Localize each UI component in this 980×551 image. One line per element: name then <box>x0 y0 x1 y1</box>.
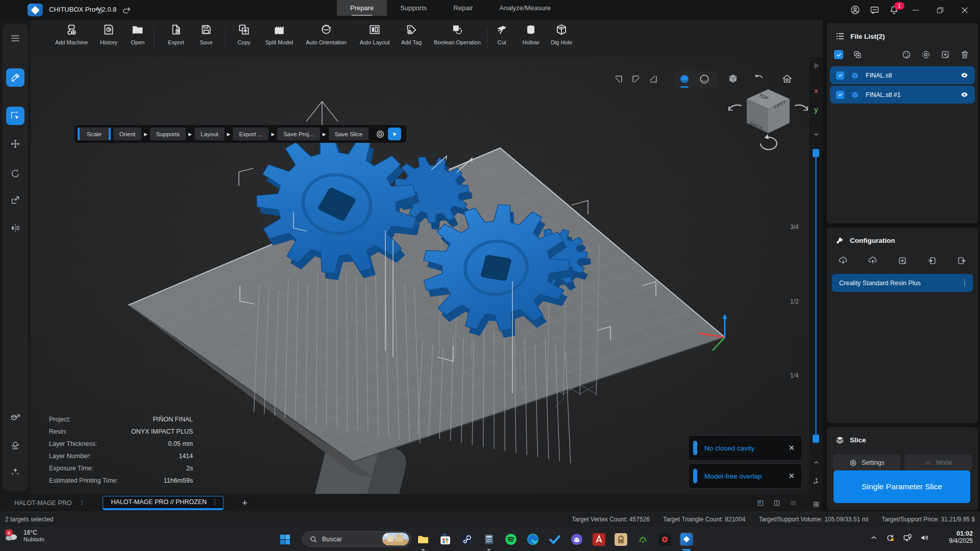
workflow-step-supports[interactable]: Supports <box>150 128 186 140</box>
section-view-2-icon[interactable] <box>631 74 641 84</box>
tray-volume-icon[interactable] <box>920 533 930 543</box>
sidebar-tool-planet-rma[interactable]: RMA <box>6 436 24 454</box>
file-checkbox[interactable] <box>836 91 844 99</box>
hamburger-menu-icon[interactable] <box>6 29 24 47</box>
section-view-3-icon[interactable] <box>648 74 658 84</box>
strip-transform-icon[interactable] <box>811 474 822 486</box>
start-button[interactable] <box>278 532 292 546</box>
layout-list-icon[interactable] <box>789 499 797 507</box>
single-parameter-slice-button[interactable]: Single Parameter Slice <box>834 470 970 503</box>
render-transparent-icon[interactable] <box>699 73 710 85</box>
layout-split-icon[interactable] <box>773 499 781 507</box>
tray-chevron-icon[interactable] <box>870 534 878 542</box>
tab-prepare[interactable]: Prepare <box>337 0 387 16</box>
strip-chevron-down-icon[interactable] <box>811 129 822 140</box>
workflow-step-save-slice[interactable]: Save Slice <box>329 128 369 140</box>
layout-single-icon[interactable] <box>756 499 765 507</box>
slice-mode-button[interactable]: Mode <box>904 454 972 471</box>
profile-kebab-icon[interactable]: ⋮⋮ <box>962 281 968 286</box>
notification-close-icon[interactable]: ✕ <box>788 443 795 453</box>
sidebar-tool-move[interactable] <box>6 135 24 153</box>
workflow-step-export-[interactable]: Export ... <box>233 128 268 140</box>
resin-profile-row[interactable]: Creality Standard Resin Plus ⋮⋮ <box>832 274 973 292</box>
visibility-eye-icon[interactable] <box>960 71 969 80</box>
taskbar-app-discord[interactable] <box>570 532 584 546</box>
add-profile-icon[interactable] <box>897 256 908 266</box>
tray-sync-icon[interactable] <box>885 533 895 543</box>
add-machine-tab-button[interactable]: + <box>242 497 248 509</box>
account-icon[interactable] <box>847 3 863 18</box>
file-row[interactable]: FINAL.stl <box>830 66 975 84</box>
machine-tab-halot-mage-pro-phrozen[interactable]: HALOT-MAGE PRO // PHROZEN⋮ <box>103 496 224 510</box>
taskbar-app-explorer[interactable] <box>416 532 430 546</box>
import-profile-icon[interactable] <box>927 256 937 266</box>
layer-slider-handle-top[interactable] <box>813 149 819 157</box>
tab-repair[interactable]: Repair <box>440 0 486 16</box>
taskbar-app-app-reddot[interactable] <box>657 532 672 546</box>
tray-display-icon[interactable] <box>902 533 913 543</box>
visibility-eye-icon[interactable] <box>960 90 969 99</box>
select-all-checkbox[interactable] <box>834 50 843 59</box>
taskbar-app-calculator[interactable] <box>482 532 496 546</box>
taskbar-app-ms-store[interactable] <box>438 532 452 546</box>
file-row[interactable]: FINAL.stl #1 <box>830 86 975 104</box>
notification-bell-icon[interactable]: 1 <box>886 3 901 18</box>
tab-supports[interactable]: Supports <box>387 0 440 16</box>
close-button[interactable] <box>954 0 975 20</box>
sidebar-tool-rotate[interactable] <box>6 164 24 183</box>
workflow-step-orient[interactable]: Orient <box>113 128 141 140</box>
sidebar-tool-box-export[interactable] <box>6 408 24 427</box>
taskbar-clock[interactable]: 01:02 9/4/2025 <box>949 530 973 544</box>
download-profile-icon[interactable] <box>838 256 848 266</box>
export-profile-icon[interactable] <box>957 256 967 266</box>
sidebar-tool-select[interactable] <box>6 107 24 125</box>
search-box[interactable]: Buscar <box>302 531 411 547</box>
render-solid-icon[interactable] <box>679 73 690 85</box>
toolbar-add-tag-button[interactable]: Add Tag <box>387 23 435 45</box>
sidebar-tool-sparkle[interactable] <box>6 462 24 481</box>
upload-profile-icon[interactable] <box>868 256 878 266</box>
reset-rotation-icon[interactable] <box>753 72 765 85</box>
notification-close-icon[interactable]: ✕ <box>788 471 795 481</box>
layer-slider-track[interactable] <box>815 153 817 441</box>
trash-icon[interactable] <box>960 49 970 60</box>
wireframe-cube-icon[interactable] <box>727 72 739 85</box>
taskbar-app-chitubox[interactable] <box>679 532 694 546</box>
nav-cube[interactable]: TOP BACK LEFT <box>715 85 809 152</box>
redo-icon[interactable] <box>120 4 133 16</box>
toolbar-boolean-button[interactable]: Boolean Operation <box>433 23 481 45</box>
viewport-3d[interactable]: ScaleOrient▶Supports▶Layout▶Export ...▶S… <box>31 57 809 494</box>
sidebar-tool-mirror[interactable] <box>6 219 24 237</box>
toolbar-auto-orient-button[interactable]: Auto Orientation <box>302 23 350 45</box>
taskbar-app-app-tan[interactable] <box>614 532 628 546</box>
strip-grid-icon[interactable] <box>811 498 822 510</box>
search-daily-image[interactable] <box>382 533 409 545</box>
sidebar-tool-scale[interactable] <box>6 191 24 209</box>
toolbar-split-button[interactable]: Split Model <box>255 23 303 45</box>
sidebar-tool-rocket[interactable] <box>6 68 24 87</box>
workflow-target-icon[interactable] <box>375 129 385 139</box>
taskbar-app-edge[interactable] <box>526 532 540 546</box>
taskbar-app-app-dark[interactable] <box>635 532 650 546</box>
workflow-step-save-proj-[interactable]: Save Proj... <box>277 128 320 140</box>
taskbar-app-spotify[interactable] <box>504 532 518 546</box>
taskbar-app-todo-check[interactable] <box>548 532 562 546</box>
taskbar-app-autocad[interactable] <box>592 532 606 546</box>
minimize-button[interactable] <box>905 0 926 20</box>
tab-analyze-measure[interactable]: Analyze/Measure <box>486 0 564 16</box>
machine-tab-halot-mage-pro[interactable]: HALOT-MAGE PRO⋮ <box>14 499 85 507</box>
add-file-icon[interactable] <box>940 49 950 60</box>
weather-widget[interactable]: 8 16°C Nublado <box>4 529 44 542</box>
strip-chevron-up-icon[interactable] <box>811 457 822 468</box>
home-view-icon[interactable] <box>781 72 793 85</box>
toolbar-dig-hole-button[interactable]: Dig Hole <box>537 23 585 45</box>
palette-icon[interactable] <box>901 49 912 60</box>
collapse-panel-icon[interactable] <box>811 60 822 71</box>
workflow-step-layout[interactable]: Layout <box>194 128 225 140</box>
taskbar-app-steam[interactable] <box>460 532 474 546</box>
workflow-play-button[interactable] <box>388 128 401 140</box>
undo-icon[interactable] <box>93 4 105 16</box>
file-checkbox[interactable] <box>836 71 844 80</box>
feedback-icon[interactable] <box>867 3 882 18</box>
layer-slider-handle-bottom[interactable] <box>813 435 819 443</box>
